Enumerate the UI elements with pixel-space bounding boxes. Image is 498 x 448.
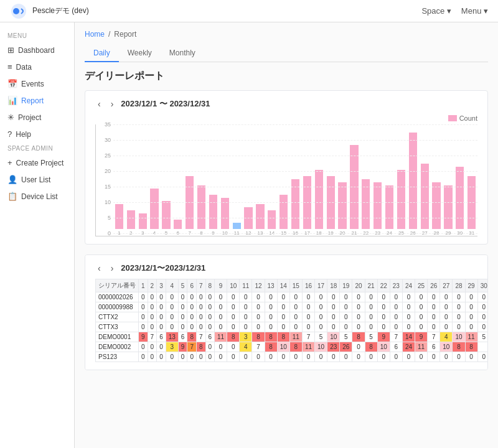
breadcrumb: Home / Report: [85, 30, 488, 39]
table-header-day: 14: [277, 279, 289, 292]
table-header-name: シリアル番号: [96, 279, 139, 292]
data-cell: 0: [240, 352, 252, 362]
data-cell: 0: [227, 342, 240, 352]
chart-prev-button[interactable]: ‹: [95, 99, 103, 109]
data-cell: 0: [440, 322, 453, 332]
data-cell: 0: [440, 292, 453, 302]
data-cell: 0: [440, 352, 453, 362]
sidebar-item-user-list[interactable]: 👤 User List: [0, 171, 74, 188]
data-cell: 0: [327, 322, 340, 332]
data-cell: 0: [157, 352, 166, 362]
sidebar-item-help[interactable]: ? Help: [0, 126, 74, 142]
table-prev-button[interactable]: ‹: [95, 263, 103, 273]
data-cell: 0: [252, 312, 265, 322]
data-cell: 0: [327, 312, 340, 322]
data-cell: 0: [352, 322, 365, 332]
data-cell: 0: [157, 312, 166, 322]
breadcrumb-current: Report: [114, 30, 136, 39]
project-label: Project: [18, 113, 41, 122]
tab-daily[interactable]: Daily: [85, 45, 119, 62]
bar: [444, 185, 452, 229]
table-header-day: 12: [252, 279, 265, 292]
data-cell: 0: [227, 302, 240, 312]
data-cell: 0: [465, 322, 477, 332]
sidebar-item-create-project[interactable]: + Create Project: [0, 154, 74, 171]
sidebar-item-events[interactable]: 📅 Events: [0, 75, 74, 92]
top-header: Pescleデモ (dev) Space ▾ Menu ▾: [0, 0, 498, 22]
table-header-day: 16: [302, 279, 314, 292]
bar-group: 26: [407, 124, 419, 236]
data-cell: 0: [377, 302, 390, 312]
data-cell: 0: [365, 302, 377, 312]
data-cell: 0: [265, 322, 277, 332]
data-cell: 0: [178, 292, 187, 302]
tab-weekly[interactable]: Weekly: [119, 45, 161, 62]
data-cell: 0: [302, 352, 314, 362]
data-cell: 0: [205, 322, 215, 332]
menu-nav[interactable]: Menu ▾: [461, 6, 488, 16]
report-label: Report: [21, 96, 44, 105]
data-cell: 0: [187, 352, 197, 362]
table-row: CTTX20000000000000000000000000000000: [96, 312, 489, 322]
data-cell: 0: [477, 292, 488, 302]
device-name-cell: 0000009988: [96, 302, 139, 312]
sidebar-item-device-list[interactable]: 📋 Device List: [0, 188, 74, 205]
data-cell: 8: [352, 332, 365, 342]
data-cell: 0: [205, 352, 215, 362]
table-nav: ‹ › 2023/12/1〜2023/12/31: [95, 263, 477, 274]
data-cell: 9: [377, 332, 390, 342]
data-cell: 0: [277, 352, 289, 362]
data-cell: 0: [139, 342, 148, 352]
data-cell: 7: [302, 332, 314, 342]
data-cell: 6: [390, 342, 402, 352]
data-cell: 0: [252, 352, 265, 362]
data-cell: 0: [215, 342, 227, 352]
menu-label: MENU: [0, 30, 74, 42]
data-cell: 5: [340, 332, 352, 342]
bar: [374, 182, 382, 229]
data-cell: 0: [302, 312, 314, 322]
bar-group: 4: [149, 124, 161, 236]
data-cell: 0: [277, 322, 289, 332]
data-cell: 0: [465, 292, 477, 302]
user-list-label: User List: [21, 175, 50, 184]
data-cell: 0: [157, 302, 166, 312]
bar-group: 2: [125, 124, 137, 236]
layout: MENU ⊞ Dashboard ≡ Data 📅 Events 📊 Repor…: [0, 22, 498, 448]
table-next-button[interactable]: ›: [108, 263, 116, 273]
sidebar: MENU ⊞ Dashboard ≡ Data 📅 Events 📊 Repor…: [0, 22, 75, 448]
table-header-day: 29: [465, 279, 477, 292]
data-cell: 0: [453, 352, 465, 362]
bar: [421, 164, 429, 229]
data-cell: 0: [390, 352, 402, 362]
sidebar-item-project[interactable]: ✳ Project: [0, 109, 74, 126]
table-header-day: 17: [315, 279, 327, 292]
data-cell: 9: [178, 342, 187, 352]
table-row: PS1230000000000000000000000000000000: [96, 352, 489, 362]
data-cell: 0: [453, 302, 465, 312]
table-date-range: 2023/12/1〜2023/12/31: [121, 263, 205, 274]
table-header-day: 7: [196, 279, 205, 292]
breadcrumb-home[interactable]: Home: [85, 30, 105, 39]
data-cell: 0: [196, 292, 205, 302]
space-nav[interactable]: Space ▾: [421, 6, 451, 16]
sidebar-item-data[interactable]: ≡ Data: [0, 58, 74, 75]
tab-monthly[interactable]: Monthly: [161, 45, 204, 62]
chart-next-button[interactable]: ›: [108, 99, 116, 109]
table-header-day: 21: [365, 279, 377, 292]
project-icon: ✳: [7, 113, 14, 122]
sidebar-item-dashboard[interactable]: ⊞ Dashboard: [0, 42, 74, 58]
data-cell: 6: [428, 342, 440, 352]
legend-label: Count: [459, 114, 477, 122]
data-cell: 4: [440, 332, 453, 342]
data-cell: 0: [227, 312, 240, 322]
data-cell: 11: [289, 332, 302, 342]
data-cell: 0: [390, 302, 402, 312]
sidebar-item-report[interactable]: 📊 Report: [0, 92, 74, 109]
bar-group: 29: [443, 124, 454, 236]
data-cell: 0: [327, 302, 340, 312]
device-name-cell: DEMO0001: [96, 332, 139, 342]
data-cell: 8: [453, 342, 465, 352]
bar-group: 3: [137, 124, 149, 236]
data-cell: 0: [415, 302, 428, 312]
